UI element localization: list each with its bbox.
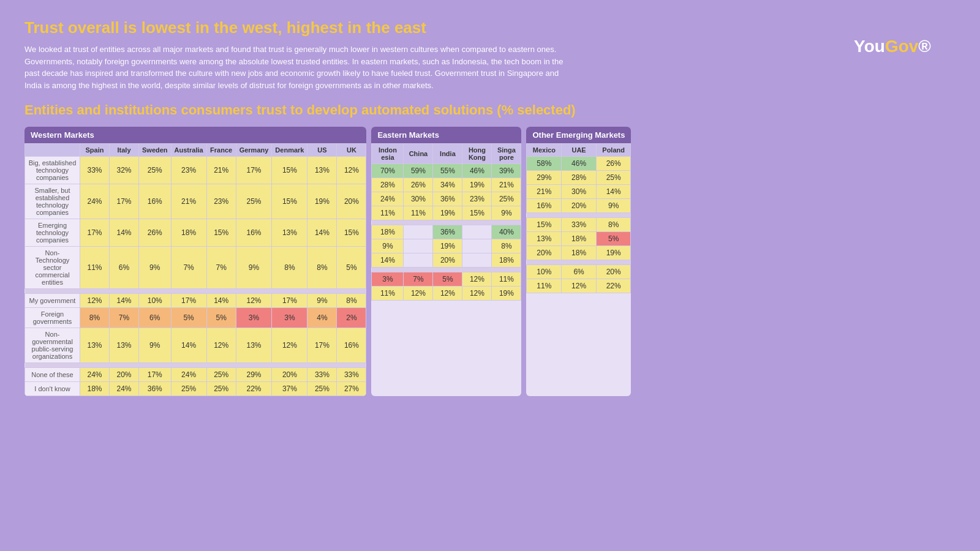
- other-markets-block: Other Emerging Markets Mexico UAE Poland…: [526, 127, 631, 396]
- cell-value: 5%: [337, 247, 366, 289]
- cell-value: 70%: [372, 164, 404, 178]
- cell-value: 15%: [206, 219, 236, 247]
- cell-value: 12%: [236, 294, 272, 308]
- table-row: Foreign governments8%7%6%5%5%3%3%4%2%: [25, 308, 366, 328]
- cell-value: 12%: [206, 328, 236, 363]
- yougov-logo: YouGov®: [854, 37, 931, 56]
- cell-value: 13%: [236, 328, 272, 363]
- cell-value: 12%: [562, 279, 597, 293]
- row-label: Non-Technology sector commercial entitie…: [25, 247, 80, 289]
- cell-value: 7%: [110, 308, 139, 328]
- cell-value: 32%: [110, 157, 139, 184]
- other-col-mexico: Mexico: [527, 144, 562, 157]
- cell-value: 16%: [139, 184, 172, 219]
- cell-value: 18%: [562, 232, 597, 246]
- table-row: 18%36%40%: [372, 225, 521, 239]
- cell-value: 18%: [562, 246, 597, 260]
- cell-value: 39%: [492, 164, 521, 178]
- cell-value: 11%: [80, 247, 110, 289]
- cell-value: 20%: [110, 368, 139, 382]
- cell-value: 9%: [236, 247, 272, 289]
- cell-value: 14%: [110, 219, 139, 247]
- table-row: Non-governmental public-serving organiza…: [25, 328, 366, 363]
- cell-value: 34%: [433, 178, 462, 192]
- western-col-us: US: [307, 144, 337, 157]
- cell-value: 9%: [596, 199, 631, 213]
- cell-value: 2%: [337, 308, 366, 328]
- row-label: Non-governmental public-serving organiza…: [25, 328, 80, 363]
- cell-value: 20%: [337, 184, 366, 219]
- cell-value: 12%: [462, 272, 492, 287]
- tables-container: Western Markets Spain Italy Sweden Austr…: [24, 127, 956, 396]
- cell-value: 20%: [433, 253, 462, 268]
- cell-value: 5%: [171, 308, 206, 328]
- cell-value: 25%: [139, 157, 172, 184]
- cell-value: 15%: [462, 206, 492, 220]
- eastern-col-indonesia: Indonesia: [372, 144, 404, 164]
- cell-value: 28%: [562, 171, 597, 185]
- cell-value: 8%: [80, 308, 110, 328]
- western-markets-table: Spain Italy Sweden Australia France Germ…: [24, 143, 366, 396]
- cell-value: 30%: [404, 192, 433, 206]
- cell-value: 13%: [110, 328, 139, 363]
- cell-value: 13%: [272, 219, 307, 247]
- cell-value: 15%: [272, 184, 307, 219]
- cell-value: [404, 225, 433, 239]
- eastern-col-singapore: Singapore: [492, 144, 521, 164]
- cell-value: 28%: [372, 178, 404, 192]
- cell-value: 9%: [307, 294, 337, 308]
- cell-value: 9%: [492, 206, 521, 220]
- cell-value: 15%: [527, 218, 562, 232]
- cell-value: 20%: [272, 368, 307, 382]
- cell-value: 29%: [527, 171, 562, 185]
- cell-value: 22%: [596, 279, 631, 293]
- cell-value: 4%: [307, 308, 337, 328]
- cell-value: 33%: [307, 368, 337, 382]
- row-label: Smaller, but established technology comp…: [25, 184, 80, 219]
- cell-value: 20%: [562, 199, 597, 213]
- cell-value: 21%: [206, 157, 236, 184]
- western-col-sweden: Sweden: [139, 144, 172, 157]
- western-markets-header: Western Markets: [24, 127, 366, 143]
- table-row: 70%59%55%46%39%: [372, 164, 521, 178]
- cell-value: 16%: [527, 199, 562, 213]
- cell-value: 26%: [596, 157, 631, 171]
- cell-value: 12%: [433, 287, 462, 301]
- cell-value: 14%: [596, 185, 631, 199]
- cell-value: 13%: [307, 157, 337, 184]
- cell-value: 24%: [372, 192, 404, 206]
- table-row: 58%46%26%: [527, 157, 631, 171]
- cell-value: 14%: [110, 294, 139, 308]
- cell-value: 40%: [492, 225, 521, 239]
- table-row: 29%28%25%: [527, 171, 631, 185]
- cell-value: 25%: [236, 184, 272, 219]
- table-row: Emerging technology companies17%14%26%18…: [25, 219, 366, 247]
- cell-value: 6%: [139, 308, 172, 328]
- cell-value: 36%: [433, 225, 462, 239]
- cell-value: 5%: [596, 232, 631, 246]
- cell-value: 55%: [433, 164, 462, 178]
- cell-value: 13%: [527, 232, 562, 246]
- cell-value: 12%: [80, 294, 110, 308]
- cell-value: [462, 225, 492, 239]
- western-col-australia: Australia: [171, 144, 206, 157]
- cell-value: 25%: [596, 171, 631, 185]
- cell-value: 18%: [80, 382, 110, 396]
- cell-value: 3%: [372, 272, 404, 287]
- western-markets-block: Western Markets Spain Italy Sweden Austr…: [24, 127, 366, 396]
- cell-value: 6%: [562, 265, 597, 279]
- cell-value: [462, 253, 492, 268]
- table-row: 14%20%18%: [372, 253, 521, 268]
- cell-value: 5%: [206, 308, 236, 328]
- cell-value: 14%: [372, 253, 404, 268]
- other-markets-table: Mexico UAE Poland 58%46%26%29%28%25%21%3…: [526, 143, 631, 293]
- cell-value: 16%: [337, 328, 366, 363]
- cell-value: 59%: [404, 164, 433, 178]
- cell-value: 17%: [307, 328, 337, 363]
- cell-value: 17%: [236, 157, 272, 184]
- table-row: 9%19%8%: [372, 239, 521, 253]
- cell-value: 19%: [307, 184, 337, 219]
- cell-value: 21%: [527, 185, 562, 199]
- cell-value: 18%: [372, 225, 404, 239]
- cell-value: 25%: [171, 382, 206, 396]
